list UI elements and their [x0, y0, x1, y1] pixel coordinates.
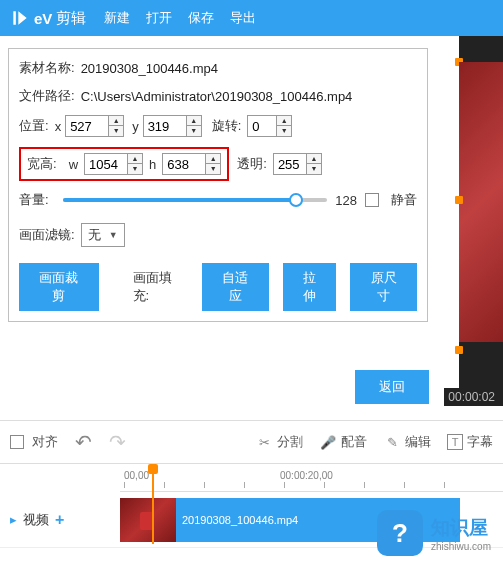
mute-label: 静音 — [391, 191, 417, 209]
up-arrow-icon[interactable]: ▲ — [307, 154, 321, 164]
row-path: 文件路径: C:\Users\Administrator\20190308_10… — [19, 87, 417, 105]
playhead[interactable] — [148, 464, 158, 544]
menu-new[interactable]: 新建 — [104, 9, 130, 27]
path-label: 文件路径: — [19, 87, 75, 105]
preview-pane — [459, 36, 503, 406]
mic-icon: 🎤 — [319, 433, 337, 451]
y-spinner[interactable]: ▲▼ — [143, 115, 202, 137]
play-icon — [10, 8, 30, 28]
filter-value: 无 — [88, 226, 101, 244]
track-header: ▸ 视频 + — [0, 511, 120, 529]
add-icon[interactable]: + — [55, 511, 64, 529]
text-icon: T — [447, 434, 463, 450]
crop-button[interactable]: 画面裁剪 — [19, 263, 99, 311]
rotate-input[interactable] — [248, 116, 276, 136]
size-label: 宽高: — [27, 155, 57, 173]
down-arrow-icon[interactable]: ▼ — [187, 126, 201, 136]
app-logo: eV 剪辑 — [10, 8, 86, 28]
split-button[interactable]: ✂分割 — [255, 433, 303, 451]
filter-label: 画面滤镜: — [19, 226, 75, 244]
filter-select[interactable]: 无 ▼ — [81, 223, 125, 247]
menu-save[interactable]: 保存 — [188, 9, 214, 27]
app-name: 剪辑 — [56, 9, 86, 28]
w-label: w — [69, 157, 78, 172]
pos-label: 位置: — [19, 117, 49, 135]
chevron-down-icon: ▼ — [109, 230, 118, 240]
undo-icon[interactable]: ↶ — [74, 433, 92, 451]
x-spinner[interactable]: ▲▼ — [65, 115, 124, 137]
up-arrow-icon[interactable]: ▲ — [109, 116, 123, 126]
size-highlight-box: 宽高: w ▲▼ h ▲▼ — [19, 147, 229, 181]
up-arrow-icon[interactable]: ▲ — [128, 154, 142, 164]
name-value: 20190308_100446.mp4 — [81, 61, 218, 76]
time-ruler[interactable]: 00,00 00:00:20,00 — [120, 464, 503, 492]
down-arrow-icon[interactable]: ▼ — [307, 164, 321, 174]
menu-export[interactable]: 导出 — [230, 9, 256, 27]
watermark-text: 知识屋 zhishiwu.com — [431, 515, 491, 552]
opacity-label: 透明: — [237, 155, 267, 173]
row-size: 宽高: w ▲▼ h ▲▼ 透明: ▲▼ — [19, 147, 417, 181]
watermark: ? 知识屋 zhishiwu.com — [377, 510, 491, 556]
row-volume: 音量: 128 静音 — [19, 191, 417, 209]
volume-value: 128 — [335, 193, 357, 208]
h-input[interactable] — [163, 154, 205, 174]
watermark-icon: ? — [377, 510, 423, 556]
handle-icon[interactable] — [455, 346, 463, 354]
volume-label: 音量: — [19, 191, 49, 209]
align-checkbox[interactable] — [10, 435, 24, 449]
up-arrow-icon[interactable]: ▲ — [187, 116, 201, 126]
scissors-icon: ✂ — [255, 433, 273, 451]
opacity-spinner[interactable]: ▲▼ — [273, 153, 322, 175]
app-header: eV 剪辑 新建 打开 保存 导出 — [0, 0, 503, 36]
clip-name: 20190308_100446.mp4 — [182, 514, 298, 526]
logo-ev: eV — [34, 10, 52, 27]
fill-label: 画面填充: — [133, 269, 188, 305]
y-input[interactable] — [144, 116, 186, 136]
fit-button[interactable]: 自适应 — [202, 263, 269, 311]
row-filter: 画面滤镜: 无 ▼ — [19, 223, 417, 247]
ruler-tick-label: 00:00:20,00 — [280, 470, 333, 481]
dub-button[interactable]: 🎤配音 — [319, 433, 367, 451]
down-arrow-icon[interactable]: ▼ — [277, 126, 291, 136]
x-label: x — [55, 119, 62, 134]
pencil-icon: ✎ — [383, 433, 401, 451]
timecode: 00:00:02 — [444, 388, 499, 406]
path-value: C:\Users\Administrator\20190308_100446.m… — [81, 89, 353, 104]
name-label: 素材名称: — [19, 59, 75, 77]
row-name: 素材名称: 20190308_100446.mp4 — [19, 59, 417, 77]
down-arrow-icon[interactable]: ▼ — [128, 164, 142, 174]
preview-image — [459, 62, 503, 342]
row-buttons: 画面裁剪 画面填充: 自适应 拉伸 原尺寸 — [19, 263, 417, 311]
slider-thumb[interactable] — [289, 193, 303, 207]
menu-open[interactable]: 打开 — [146, 9, 172, 27]
row-position: 位置: x ▲▼ y ▲▼ 旋转: ▲▼ — [19, 115, 417, 137]
rotate-label: 旋转: — [212, 117, 242, 135]
ruler-tick-label: 00,00 — [124, 470, 149, 481]
properties-panel: 素材名称: 20190308_100446.mp4 文件路径: C:\Users… — [8, 48, 428, 322]
rotate-spinner[interactable]: ▲▼ — [247, 115, 292, 137]
original-button[interactable]: 原尺寸 — [350, 263, 417, 311]
stretch-button[interactable]: 拉伸 — [283, 263, 337, 311]
h-spinner[interactable]: ▲▼ — [162, 153, 221, 175]
play-icon: ▸ — [10, 512, 17, 527]
x-input[interactable] — [66, 116, 108, 136]
align-toggle[interactable]: 对齐 — [10, 433, 58, 451]
down-arrow-icon[interactable]: ▼ — [206, 164, 220, 174]
up-arrow-icon[interactable]: ▲ — [206, 154, 220, 164]
w-input[interactable] — [85, 154, 127, 174]
redo-icon[interactable]: ↷ — [108, 433, 126, 451]
handle-icon[interactable] — [455, 196, 463, 204]
down-arrow-icon[interactable]: ▼ — [109, 126, 123, 136]
y-label: y — [132, 119, 139, 134]
w-spinner[interactable]: ▲▼ — [84, 153, 143, 175]
track-label: 视频 — [23, 511, 49, 529]
volume-slider[interactable] — [63, 198, 328, 202]
timeline-toolbar: 对齐 ↶ ↷ ✂分割 🎤配音 ✎编辑 T字幕 — [0, 420, 503, 464]
subtitle-button[interactable]: T字幕 — [447, 433, 493, 451]
h-label: h — [149, 157, 156, 172]
opacity-input[interactable] — [274, 154, 306, 174]
edit-button[interactable]: ✎编辑 — [383, 433, 431, 451]
return-button[interactable]: 返回 — [355, 370, 429, 404]
mute-checkbox[interactable] — [365, 193, 379, 207]
up-arrow-icon[interactable]: ▲ — [277, 116, 291, 126]
